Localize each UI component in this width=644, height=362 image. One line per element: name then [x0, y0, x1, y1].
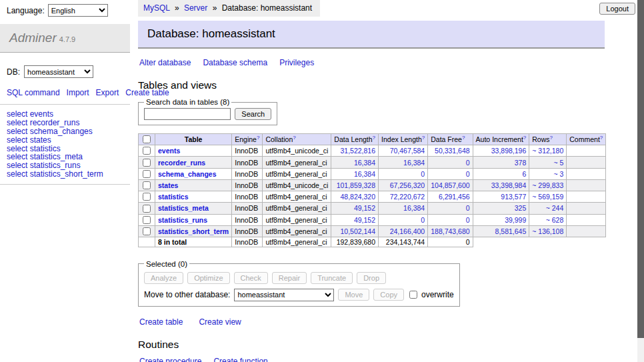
auto-increment-link[interactable]: 33,398,984 [491, 181, 527, 189]
sidebar-select-table-link[interactable]: select statistics_short_term [7, 170, 130, 179]
row-checkbox[interactable] [143, 227, 151, 235]
help-icon[interactable]: ? [257, 135, 259, 141]
selected-drop-button[interactable]: Drop [357, 272, 386, 284]
routine-link-1[interactable]: Create function [213, 357, 267, 362]
engine-cell: InnoDB [232, 157, 263, 168]
overwrite-checkbox[interactable] [409, 291, 417, 299]
help-icon[interactable]: ? [600, 135, 603, 141]
data-free-link[interactable]: 104,857,600 [431, 181, 469, 189]
data-length-link[interactable]: 16,384 [354, 159, 375, 167]
rows-count-link[interactable]: ~ 299,833 [532, 181, 563, 189]
sidebar: Language: English Adminer4.7.9 DB: homea… [0, 0, 130, 190]
data-length-link[interactable]: 49,152 [354, 216, 375, 224]
overwrite-label[interactable]: overwrite [421, 290, 454, 299]
sidebar-action-link-1[interactable]: Import [67, 88, 89, 97]
table-name-link[interactable]: states [158, 181, 178, 189]
data-length-link[interactable]: 10,502,144 [340, 227, 375, 235]
table-name-link[interactable]: statistics [158, 193, 189, 201]
index-length-link[interactable]: 16,384 [403, 204, 425, 212]
database-link-2[interactable]: Privileges [279, 58, 314, 67]
rows-count-link[interactable]: ~ 628 [546, 216, 564, 224]
row-checkbox[interactable] [143, 181, 151, 189]
auto-increment-link[interactable]: 913,577 [501, 193, 526, 201]
breadcrumb-mysql-link[interactable]: MySQL [143, 3, 170, 13]
table-name-link[interactable]: events [158, 147, 180, 155]
rows-count-link[interactable]: ~ 312,180 [532, 147, 563, 155]
auto-increment-link[interactable]: 378 [515, 159, 527, 167]
rows-count-link[interactable]: ~ 244 [546, 204, 564, 212]
auto-increment-link[interactable]: 39,999 [505, 216, 526, 224]
data-length-link[interactable]: 101,859,328 [337, 181, 375, 189]
help-icon[interactable]: ? [293, 135, 295, 141]
logout-button[interactable]: Logout [599, 3, 635, 15]
row-checkbox[interactable] [143, 193, 151, 201]
routine-link-0[interactable]: Create procedure [139, 357, 201, 362]
data-free-link[interactable]: 0 [466, 170, 470, 178]
index-length-link[interactable]: 67,256,320 [390, 181, 425, 189]
help-icon[interactable]: ? [462, 135, 465, 141]
help-icon[interactable]: ? [422, 135, 425, 141]
table-name-link[interactable]: statistics_short_term [158, 227, 229, 235]
rows-count-link[interactable]: ~ 5 [553, 159, 563, 167]
data-free-link[interactable]: 0 [466, 204, 470, 212]
table-name-link[interactable]: statistics_runs [158, 216, 207, 224]
copy-button[interactable]: Copy [373, 289, 404, 301]
sidebar-action-link-2[interactable]: Export [96, 88, 119, 97]
create-link-0[interactable]: Create table [139, 317, 183, 327]
selected-optimize-button[interactable]: Optimize [187, 272, 229, 284]
index-length-link[interactable]: 0 [421, 170, 425, 178]
rows-count-link[interactable]: ~ 3 [553, 170, 563, 178]
sidebar-select-table-link[interactable]: select schema_changes [7, 127, 130, 136]
data-length-link[interactable]: 49,152 [354, 204, 375, 212]
index-length-link[interactable]: 72,220,672 [390, 193, 425, 201]
sidebar-select-table-link[interactable]: select states [7, 136, 130, 145]
select-all-checkbox[interactable] [143, 135, 151, 143]
scrollbar[interactable] [637, 0, 644, 362]
search-input[interactable] [144, 108, 231, 120]
selected-analyze-button[interactable]: Analyze [144, 272, 183, 284]
data-free-link[interactable]: 0 [466, 216, 470, 224]
row-checkbox[interactable] [143, 205, 151, 213]
auto-increment-link[interactable]: 8,581,645 [495, 227, 527, 235]
create-link-1[interactable]: Create view [199, 317, 241, 327]
help-icon[interactable]: ? [523, 135, 526, 141]
database-link-0[interactable]: Alter database [139, 58, 191, 67]
data-length-link[interactable]: 31,522,816 [340, 147, 375, 155]
data-length-link[interactable]: 48,824,320 [340, 193, 375, 201]
data-free-link[interactable]: 50,331,648 [435, 147, 470, 155]
db-select[interactable]: homeassistant [24, 65, 93, 78]
scrollbar-thumb[interactable] [637, 0, 644, 338]
database-link-1[interactable]: Database schema [203, 58, 267, 67]
search-button[interactable]: Search [235, 108, 271, 120]
table-name-link[interactable]: schema_changes [158, 170, 217, 178]
auto-increment-link[interactable]: 6 [522, 170, 526, 178]
index-length-link[interactable]: 70,467,584 [390, 147, 425, 155]
auto-increment-link[interactable]: 33,898,196 [491, 147, 527, 155]
help-icon[interactable]: ? [373, 135, 375, 141]
breadcrumb-server-link[interactable]: Server [184, 3, 207, 13]
rows-count-link[interactable]: ~ 569,159 [532, 193, 563, 201]
index-length-link[interactable]: 0 [421, 216, 425, 224]
table-name-link[interactable]: recorder_runs [158, 159, 205, 167]
selected-truncate-button[interactable]: Truncate [311, 272, 353, 284]
data-free-link[interactable]: 0 [466, 159, 470, 167]
sidebar-action-link-0[interactable]: SQL command [7, 88, 60, 97]
selected-repair-button[interactable]: Repair [272, 272, 307, 284]
auto-increment-link[interactable]: 325 [515, 204, 527, 212]
row-checkbox[interactable] [143, 216, 151, 224]
data-length-link[interactable]: 16,384 [354, 170, 375, 178]
move-button[interactable]: Move [338, 289, 369, 301]
index-length-link[interactable]: 24,166,400 [390, 227, 425, 235]
data-free-link[interactable]: 188,743,680 [431, 227, 469, 235]
data-free-link[interactable]: 6,291,456 [439, 193, 470, 201]
help-icon[interactable]: ? [550, 135, 553, 141]
row-checkbox[interactable] [143, 147, 151, 155]
index-length-link[interactable]: 16,384 [403, 159, 425, 167]
rows-count-link[interactable]: ~ 136,108 [532, 227, 563, 235]
selected-check-button[interactable]: Check [234, 272, 268, 284]
row-checkbox[interactable] [143, 159, 151, 167]
move-db-select[interactable]: homeassistant [234, 289, 334, 301]
row-checkbox[interactable] [143, 170, 151, 178]
table-name-link[interactable]: statistics_meta [158, 204, 209, 212]
language-select[interactable]: English [48, 4, 108, 17]
